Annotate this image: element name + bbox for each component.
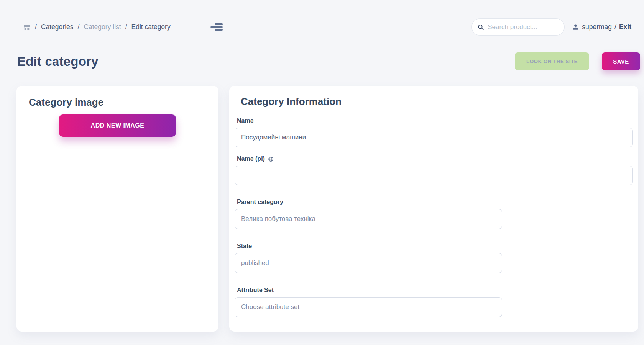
breadcrumb-item-category-list[interactable]: Category list: [84, 23, 121, 31]
user-exit-separator: /: [614, 23, 616, 31]
store-icon: [23, 23, 31, 31]
state-label: State: [237, 243, 633, 250]
sidebar-menu-toggle-icon[interactable]: [210, 23, 223, 31]
category-information-title: Category Information: [241, 96, 633, 108]
search-input[interactable]: [488, 23, 559, 31]
search-box: [472, 18, 565, 36]
breadcrumb-separator: /: [35, 23, 37, 31]
breadcrumb-item-edit-category: Edit category: [131, 23, 171, 31]
page-title: Edit category: [17, 54, 99, 69]
topbar: / Categories / Category list / Edit cate…: [0, 0, 644, 36]
attribute-set-input[interactable]: [235, 297, 502, 317]
user-icon: [572, 23, 579, 31]
search-icon: [477, 24, 484, 31]
title-row: Edit category LOOK ON THE SITE SAVE: [0, 52, 644, 70]
globe-icon: [268, 156, 274, 162]
category-information-card: Category Information Name Name (pl) Pare…: [229, 86, 638, 332]
attribute-set-label: Attribute Set: [237, 287, 633, 294]
save-button[interactable]: SAVE: [602, 52, 640, 70]
name-pl-label: Name (pl): [237, 155, 633, 162]
field-name: Name: [235, 118, 633, 147]
add-new-image-button[interactable]: ADD NEW IMAGE: [59, 114, 176, 137]
name-label: Name: [237, 118, 633, 124]
field-name-pl: Name (pl): [235, 155, 633, 185]
state-input[interactable]: [235, 253, 502, 273]
breadcrumb: / Categories / Category list / Edit cate…: [23, 23, 171, 31]
name-pl-input[interactable]: [235, 166, 633, 185]
username: supermag: [582, 23, 612, 31]
home-breadcrumb-button[interactable]: [23, 23, 31, 31]
parent-category-input[interactable]: [235, 209, 502, 229]
content: Category image ADD NEW IMAGE Category In…: [0, 86, 644, 332]
field-attribute-set: Attribute Set: [235, 287, 633, 317]
user-menu[interactable]: supermag / Exit: [572, 23, 631, 31]
field-parent-category: Parent category: [235, 199, 633, 229]
breadcrumb-separator: /: [78, 23, 80, 31]
exit-link[interactable]: Exit: [619, 23, 631, 31]
breadcrumb-item-categories[interactable]: Categories: [41, 23, 74, 31]
category-image-title: Category image: [29, 96, 206, 108]
field-state: State: [235, 243, 633, 273]
category-image-card: Category image ADD NEW IMAGE: [16, 86, 219, 332]
look-on-site-button[interactable]: LOOK ON THE SITE: [515, 52, 589, 70]
page-actions: LOOK ON THE SITE SAVE: [515, 52, 640, 70]
breadcrumb-separator: /: [125, 23, 127, 31]
parent-category-label: Parent category: [237, 199, 633, 206]
name-input[interactable]: [235, 128, 633, 147]
